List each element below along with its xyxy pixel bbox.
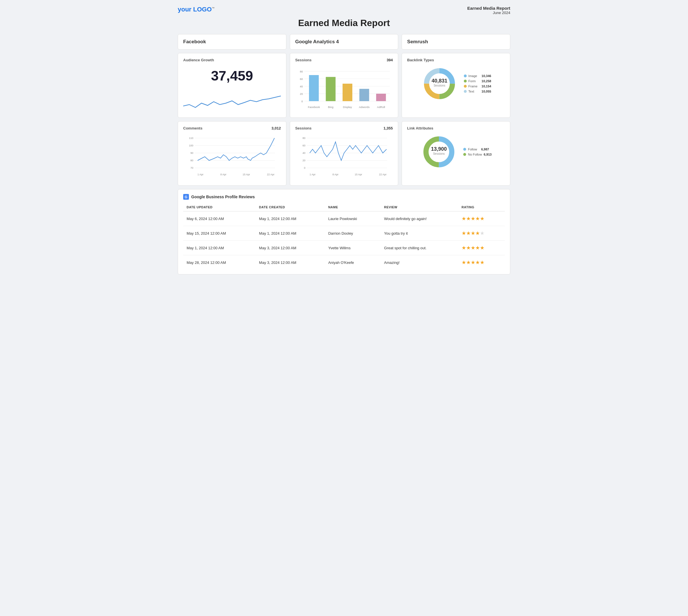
cell-1: May 3, 2024 12:00 AM	[256, 241, 325, 255]
legend-text: Text 10,055	[464, 90, 491, 93]
svg-text:22 Apr: 22 Apr	[267, 173, 274, 176]
col-review: REVIEW	[381, 203, 458, 212]
svg-text:40: 40	[300, 85, 303, 88]
svg-text:0: 0	[301, 100, 303, 103]
cell-0: May 15, 2024 12:00 AM	[183, 226, 256, 241]
svg-rect-14	[343, 84, 352, 101]
link-attributes-legend: Follow 6,987 No Follow 6,913	[463, 148, 491, 156]
cell-2: Yvette Willms	[325, 241, 381, 255]
cell-1: May 3, 2024 12:00 AM	[256, 255, 325, 270]
reviews-section-label: Google Business Profile Reviews	[191, 195, 255, 199]
svg-rect-18	[376, 94, 386, 101]
star-5: ★	[480, 260, 485, 265]
col-name: NAME	[325, 203, 381, 212]
backlink-donut-chart: 40,831 Sessions	[421, 65, 458, 102]
sessions-bar-chart: 80 60 40 20 0 Facebook Bing Display Adwo…	[295, 66, 393, 111]
logo-your: your	[178, 6, 193, 13]
cell-1: May 1, 2024 12:00 AM	[256, 212, 325, 226]
audience-growth-value: 37,459	[183, 68, 281, 84]
cell-1: May 1, 2024 12:00 AM	[256, 226, 325, 241]
cell-3: You gotta try it	[381, 226, 458, 241]
comments-card: Comments 3,012 110 100 90 80 70 1 Apr 8 …	[178, 121, 286, 186]
legend-form: Form 10,258	[464, 79, 491, 83]
legend-value-form: 10,258	[481, 79, 491, 83]
svg-text:80: 80	[302, 137, 305, 139]
col-rating: RATING	[458, 203, 505, 212]
legend-dot-form	[464, 80, 467, 83]
cell-2: Aniyah O'Keefe	[325, 255, 381, 270]
cell-3: Great spot for chilling out.	[381, 241, 458, 255]
svg-text:20: 20	[302, 159, 305, 162]
star-1: ★	[461, 260, 466, 265]
star-1: ★	[461, 230, 466, 236]
star-5: ★	[480, 245, 485, 251]
svg-text:40,831: 40,831	[431, 78, 447, 84]
link-attributes-donut-chart: 13,900 Sessions	[420, 133, 457, 171]
cell-rating: ★★★★★	[458, 212, 505, 226]
sessions-line-card: Sessions 1,355 80 60 40 20 0 1 Apr 8 Apr…	[290, 121, 399, 186]
star-3: ★	[471, 260, 475, 265]
star-1: ★	[461, 245, 466, 251]
sessions-bar-title: Sessions	[295, 58, 393, 62]
section-headers-row: Facebook Google Analytics 4 Semrush	[178, 34, 510, 49]
legend-dot-text	[464, 90, 467, 93]
star-2: ★	[466, 216, 471, 221]
backlink-types-card: Backlink Types 40,831 Sessions Image 10,…	[402, 53, 510, 118]
star-5: ★	[480, 230, 485, 236]
svg-text:13,900: 13,900	[431, 146, 447, 152]
table-row: May 1, 2024 12:00 AMMay 3, 2024 12:00 AM…	[183, 241, 505, 255]
reviews-header-row: DATE UPDATED DATE CREATED NAME REVIEW RA…	[183, 203, 505, 212]
legend-value-text: 10,055	[481, 90, 491, 93]
svg-text:90: 90	[190, 152, 193, 154]
legend-dot-nofollow	[463, 153, 466, 156]
comments-title: Comments	[183, 126, 281, 130]
svg-text:1 Apr: 1 Apr	[197, 173, 203, 176]
backlink-legend: Image 10,346 Form 10,258 Frame 10,154 Te…	[464, 74, 491, 93]
svg-text:8 Apr: 8 Apr	[220, 173, 227, 176]
cell-3: Would definitely go again!	[381, 212, 458, 226]
legend-follow: Follow 6,987	[463, 148, 491, 151]
reviews-table-body: May 6, 2024 12:00 AMMay 1, 2024 12:00 AM…	[183, 212, 505, 270]
sessions-line-title: Sessions	[295, 126, 393, 130]
legend-frame: Frame 10,154	[464, 85, 491, 88]
legend-value-image: 10,346	[481, 74, 491, 78]
svg-text:70: 70	[190, 167, 193, 169]
report-title-top: Earned Media Report	[467, 6, 510, 10]
backlink-donut-container: 40,831 Sessions Image 10,346 Form 10,258…	[407, 65, 505, 102]
legend-label-text: Text	[468, 90, 480, 93]
legend-label-nofollow: No Follow	[468, 153, 482, 156]
legend-label-form: Form	[468, 79, 480, 83]
logo-brand: LOGO	[193, 6, 212, 13]
star-3: ★	[471, 216, 475, 221]
legend-dot-follow	[463, 148, 466, 151]
report-date-top: June 2024	[467, 10, 510, 15]
comments-chart: 110 100 90 80 70 1 Apr 8 Apr 15 Apr 22 A…	[183, 134, 281, 180]
link-attributes-donut-container: 13,900 Sessions Follow 6,987 No Follow 6…	[407, 133, 505, 171]
semrush-section-header: Semrush	[402, 34, 510, 49]
gbp-icon: G	[183, 194, 189, 200]
sessions-bar-card: Sessions 394 80 60 40 20 0 Facebook Bing…	[290, 53, 399, 118]
legend-dot-image	[464, 74, 467, 78]
link-attributes-card: Link Attributes 13,900 Sessions Follow 6…	[402, 121, 510, 186]
cell-2: Laurie Powlowski	[325, 212, 381, 226]
logo-tm: ™	[212, 6, 215, 10]
star-5: ★	[480, 216, 485, 221]
cell-rating: ★★★★★	[458, 226, 505, 241]
table-row: May 15, 2024 12:00 AMMay 1, 2024 12:00 A…	[183, 226, 505, 241]
col-date-created: DATE CREATED	[256, 203, 325, 212]
svg-text:40: 40	[302, 152, 305, 154]
svg-text:8 Apr: 8 Apr	[332, 173, 338, 176]
svg-text:Bing: Bing	[328, 106, 334, 109]
star-2: ★	[466, 230, 471, 236]
audience-growth-card: Audience Growth 37,459	[178, 53, 286, 118]
svg-rect-16	[359, 89, 369, 101]
svg-text:Sessions: Sessions	[433, 152, 445, 155]
facebook-section-header: Facebook	[178, 34, 286, 49]
legend-value-frame: 10,154	[481, 85, 491, 88]
audience-growth-chart	[183, 89, 281, 112]
svg-text:Sessions: Sessions	[434, 84, 446, 87]
comments-value: 3,012	[272, 126, 281, 130]
legend-dot-frame	[464, 85, 467, 88]
star-3: ★	[471, 230, 475, 236]
star-1: ★	[461, 216, 466, 221]
